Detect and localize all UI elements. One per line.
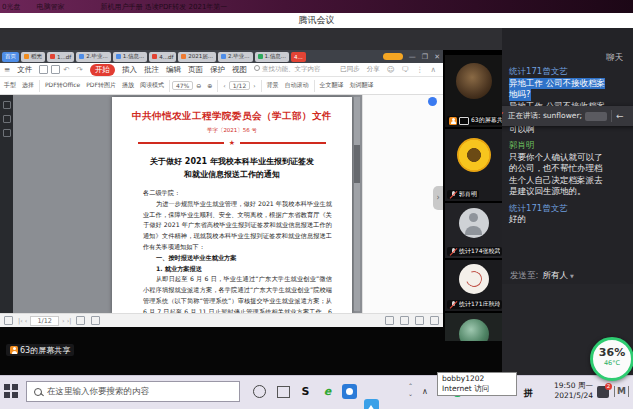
pdf-to-office-button[interactable]: PDF转Office: [45, 81, 80, 90]
tab-document[interactable]: 1...df: [47, 52, 74, 62]
sync-status[interactable]: 已同步: [340, 65, 360, 74]
tray-mic-icon[interactable]: [437, 45, 445, 55]
tab-docer[interactable]: 稻壳: [21, 52, 45, 62]
menu-tab-protect[interactable]: 保护: [210, 65, 225, 75]
menu-tab-edit[interactable]: 编辑: [166, 65, 181, 75]
start-button[interactable]: [4, 384, 18, 398]
send-to-selector[interactable]: 所有人: [542, 270, 568, 282]
next-page-icon[interactable]: ›: [62, 317, 65, 325]
auto-scroll-button[interactable]: 自动滚动: [285, 81, 309, 90]
maximize-button[interactable]: ❐: [422, 53, 428, 61]
smile-icon[interactable]: ☺: [387, 65, 395, 74]
hand-tool[interactable]: 手型: [4, 81, 16, 90]
select-tool[interactable]: 选择: [22, 81, 34, 90]
tab-document[interactable]: 1.信息...: [113, 52, 148, 62]
sync-bubble-icon[interactable]: [428, 97, 437, 106]
play-button[interactable]: 播放: [122, 81, 134, 90]
undo-icon[interactable]: ↶: [63, 65, 69, 74]
prev-page-icon[interactable]: ‹: [223, 82, 225, 89]
prev-page-icon[interactable]: ‹: [25, 317, 28, 325]
clock-date: 2021/5/24: [545, 391, 593, 401]
tab-document-active[interactable]: 4...: [291, 52, 306, 62]
browser-tab-label[interactable]: 新机用户手册 迅读PDF转发 2021年第一: [100, 2, 227, 12]
menu-tab-page[interactable]: 页面: [188, 65, 203, 75]
participant-tile[interactable]: 统计171庄秋玲: [445, 260, 502, 311]
zoom-in-icon[interactable]: ⊕: [207, 82, 212, 89]
zoom-level[interactable]: 47%: [172, 81, 193, 90]
menu-tab-insert[interactable]: 插入: [122, 65, 137, 75]
page-indicator[interactable]: 1/12: [229, 81, 250, 90]
zoom-out-icon[interactable]: ⊖: [196, 82, 201, 89]
heading-2: 1. 就业方案报送: [143, 264, 332, 275]
tray-m-icon[interactable]: M: [614, 386, 629, 397]
browser-tab-label[interactable]: 0光盘: [2, 2, 20, 12]
menu-tab-start[interactable]: 开始: [90, 64, 115, 76]
hamburger-icon[interactable]: ≡: [4, 65, 10, 74]
comment-icon[interactable]: 🗨: [402, 65, 410, 74]
chat-header[interactable]: 聊天: [606, 52, 623, 64]
avatar-sunflower: [457, 138, 491, 172]
search-input[interactable]: 查找功能、文字内容: [254, 65, 321, 74]
panel-collapse-handle[interactable]: ›: [433, 186, 443, 210]
tab-document[interactable]: 4...df: [149, 52, 176, 62]
taskbar-clock[interactable]: 19:50 周一 2021/5/24: [545, 381, 593, 401]
settings-gear-icon[interactable]: [385, 316, 394, 325]
bookmark-icon[interactable]: [3, 115, 11, 123]
highlight-icon[interactable]: [400, 316, 409, 325]
participant-tile[interactable]: 统计174张校武: [445, 203, 502, 258]
reply-arrow-icon[interactable]: ←: [616, 112, 624, 121]
photos-app-icon[interactable]: [364, 399, 379, 409]
participant-tile[interactable]: 陈卓贤: [445, 313, 502, 341]
single-page-icon[interactable]: [76, 316, 85, 325]
file-menu[interactable]: 文件: [17, 65, 32, 75]
pdf-to-image-button[interactable]: PDF转图片: [86, 81, 116, 90]
participant-tile-screenshare[interactable]: 63的屏幕共享: [445, 55, 502, 127]
tab-home[interactable]: 首页: [2, 52, 19, 62]
vip-badge[interactable]: [383, 53, 403, 60]
scrollbar-thumb[interactable]: [354, 145, 360, 183]
scroll-arrows-icon[interactable]: ⌃⌄: [408, 382, 413, 398]
fit-page-icon[interactable]: [415, 316, 424, 325]
taskbar-search-input[interactable]: 在这里输入你要搜索的内容: [26, 381, 240, 402]
menu-tab-view[interactable]: 视图: [232, 65, 247, 75]
next-page-icon[interactable]: ›: [253, 82, 255, 89]
ie-browser-icon[interactable]: e: [320, 384, 335, 399]
tab-document[interactable]: 2.毕业...: [218, 52, 253, 62]
kebab-icon[interactable]: ⋮: [416, 65, 424, 74]
collapse-ribbon-icon[interactable]: ∧: [431, 65, 437, 74]
word-translate-button[interactable]: 划词翻译: [350, 81, 374, 90]
task-view-icon[interactable]: [277, 386, 290, 398]
taskbar-blue-app-icon[interactable]: [342, 384, 357, 399]
cortana-icon[interactable]: [253, 385, 266, 398]
print-icon[interactable]: [51, 65, 60, 74]
taskbar-app-s-icon[interactable]: S: [298, 384, 313, 399]
participant-tile[interactable]: 郭肖明: [445, 129, 502, 201]
status-page-indicator[interactable]: 1/12: [30, 316, 59, 326]
minimize-button[interactable]: —: [409, 53, 416, 61]
double-page-icon[interactable]: [91, 316, 100, 325]
notification-icon[interactable]: 2: [597, 386, 609, 398]
catalog-toggle-icon[interactable]: [4, 316, 13, 325]
tab-document[interactable]: 2021届...: [178, 52, 216, 62]
word-icon: [79, 54, 84, 59]
tab-document[interactable]: 1.信息...: [255, 52, 290, 62]
catalog-icon[interactable]: [3, 101, 11, 109]
first-page-icon[interactable]: |‹: [18, 317, 23, 325]
menu-tab-comment[interactable]: 批注: [144, 65, 159, 75]
save-icon[interactable]: [39, 65, 48, 74]
performance-ball[interactable]: 36% 46°C: [590, 337, 633, 381]
redo-icon[interactable]: ↷: [77, 65, 83, 74]
read-mode-button[interactable]: 阅读模式: [140, 81, 164, 90]
document-scrollbar[interactable]: [354, 97, 360, 311]
last-page-icon[interactable]: ›|: [67, 317, 72, 325]
translate-button[interactable]: 全文翻译: [320, 81, 344, 90]
tray-expand-icon[interactable]: ∧: [422, 387, 428, 396]
tab-document[interactable]: 2.毕业...: [76, 52, 111, 62]
wps-menu-bar: ≡ 文件 ↶ ↷ 开始 插入 批注 编辑 页面 保护 视图 查找功能、文字内容 …: [0, 63, 443, 77]
ime-indicator[interactable]: 拼: [524, 387, 533, 400]
fit-width-icon[interactable]: [430, 316, 439, 325]
browser-tab-label[interactable]: 电脑管家: [36, 2, 64, 12]
share-button[interactable]: 分享: [367, 65, 380, 74]
background-button[interactable]: 背景: [267, 81, 279, 90]
annotation-icon[interactable]: [3, 129, 11, 137]
